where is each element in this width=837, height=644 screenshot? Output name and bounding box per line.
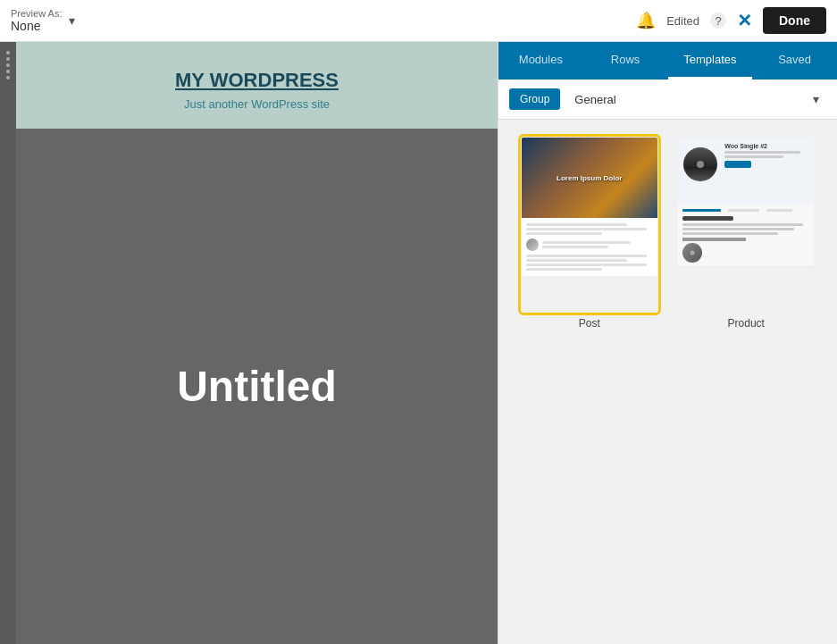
product-header-img: Woo Single #2 [678, 138, 814, 205]
post-avatar [526, 238, 539, 251]
post-line [526, 268, 602, 271]
preview-selector[interactable]: Preview As:None▾ [11, 8, 636, 33]
tab-rows[interactable]: Rows [583, 42, 668, 79]
help-icon[interactable]: ? [710, 13, 726, 29]
product-desc-line [682, 223, 803, 226]
strip-dot [6, 57, 10, 61]
product-also-like-label [682, 238, 746, 241]
product-also-img-center [691, 251, 695, 255]
product-also-image [682, 243, 702, 263]
strip-dot [6, 76, 10, 79]
template-item-product[interactable]: Woo Single #2 [668, 132, 825, 631]
top-bar-actions: 🔔 Edited ? ✕ Done [636, 7, 826, 34]
product-template-thumb[interactable]: Woo Single #2 [678, 138, 814, 312]
general-dropdown[interactable]: General ▾ [567, 88, 826, 110]
edited-label: Edited [666, 14, 699, 28]
product-record-center [697, 161, 704, 168]
post-template-label: Post [579, 317, 600, 330]
wp-site-header: MY WORDPRESS Just another WordPress site [16, 42, 498, 129]
tab-saved[interactable]: Saved [752, 42, 837, 79]
template-item-post[interactable]: Lorem Ipsum Dolor [511, 132, 668, 631]
product-record-image [683, 147, 717, 181]
product-tab-active [682, 209, 721, 212]
tab-modules[interactable]: Modules [498, 42, 583, 79]
post-line [526, 263, 647, 266]
product-body [678, 205, 814, 265]
post-template-thumb[interactable]: Lorem Ipsum Dolor [522, 138, 657, 312]
wp-page-section: Untitled [16, 129, 498, 644]
left-sidebar-strip [0, 42, 16, 644]
strip-dot [6, 51, 10, 54]
bell-icon[interactable]: 🔔 [636, 11, 656, 30]
post-image-text: Lorem Ipsum Dolor [557, 174, 622, 182]
panel-tabs: Modules Rows Templates Saved [498, 42, 837, 79]
product-add-btn [724, 161, 751, 168]
group-button[interactable]: Group [509, 88, 560, 110]
strip-dot [6, 63, 10, 67]
wp-site-subtitle: Just another WordPress site [16, 97, 498, 111]
product-template-label: Product [728, 317, 765, 330]
post-line [542, 246, 608, 248]
dropdown-chevron-icon: ▾ [813, 92, 819, 106]
post-line [526, 228, 647, 230]
post-line [526, 255, 647, 257]
wp-preview-area: MY WORDPRESS Just another WordPress site… [16, 42, 498, 644]
right-panel: Modules Rows Templates Saved Group Gener… [498, 42, 837, 644]
product-tab [728, 209, 760, 212]
tab-templates[interactable]: Templates [668, 42, 753, 79]
post-line [542, 241, 631, 244]
product-desc-lines [682, 223, 809, 235]
main-area: MY WORDPRESS Just another WordPress site… [0, 42, 837, 644]
wp-site-title: MY WORDPRESS [16, 69, 498, 92]
post-line [526, 223, 628, 226]
post-avatar-lines [542, 239, 653, 250]
wp-page-title: Untitled [177, 362, 337, 411]
done-button[interactable]: Done [763, 7, 826, 34]
product-sub-line [724, 155, 783, 158]
templates-grid: Lorem Ipsum Dolor [498, 120, 837, 644]
product-info-block: Woo Single #2 [724, 143, 808, 168]
strip-dot [6, 70, 10, 73]
product-woo-label: Woo Single #2 [724, 143, 808, 149]
post-body [522, 218, 657, 276]
product-section-title [682, 216, 733, 221]
product-sub-line [724, 151, 800, 154]
post-image: Lorem Ipsum Dolor [522, 138, 657, 218]
general-label: General [574, 93, 615, 106]
product-tabs-row [682, 207, 809, 213]
close-icon[interactable]: ✕ [737, 10, 752, 31]
product-desc-line [682, 232, 778, 235]
product-tab [766, 209, 791, 212]
product-desc-line [682, 228, 794, 230]
post-line [526, 232, 602, 235]
post-avatar-row [526, 238, 653, 251]
panel-filter-row: Group General ▾ [498, 79, 837, 120]
top-bar: Preview As:None▾ 🔔 Edited ? ✕ Done [0, 0, 837, 42]
post-line [526, 259, 628, 262]
